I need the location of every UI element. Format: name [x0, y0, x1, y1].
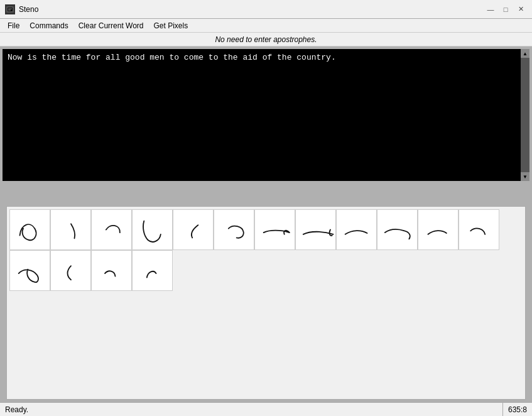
char-cell[interactable]	[459, 209, 499, 250]
char-cell[interactable]	[132, 209, 173, 250]
menubar: FileCommandsClear Current WordGet Pixels	[0, 19, 532, 33]
menu-item-commands[interactable]: Commands	[24, 20, 73, 31]
char-cell[interactable]	[91, 209, 132, 250]
char-grid-container	[6, 206, 526, 400]
char-cell[interactable]	[336, 209, 377, 250]
menu-item-getpixels[interactable]: Get Pixels	[149, 20, 193, 31]
hint-text: No need to enter apostrophes.	[215, 35, 317, 44]
scroll-down-button[interactable]: ▼	[521, 172, 529, 181]
scroll-track	[521, 58, 529, 172]
text-wrapper: Now is the time for all good men to come…	[3, 49, 529, 181]
separator	[0, 181, 532, 206]
app-icon	[5, 4, 15, 14]
char-cell[interactable]	[418, 209, 459, 250]
minimize-button[interactable]: —	[484, 3, 497, 16]
close-button[interactable]: ✕	[514, 3, 527, 16]
text-scrollbar: ▲ ▼	[521, 49, 529, 181]
char-cell[interactable]	[214, 209, 254, 250]
maximize-button[interactable]: □	[499, 3, 512, 16]
statusbar: Ready. 635:8	[0, 402, 532, 416]
status-coords: 635:8	[503, 405, 532, 414]
menu-item-clear[interactable]: Clear Current Word	[73, 20, 149, 31]
char-cell[interactable]	[9, 209, 50, 250]
char-cell[interactable]	[50, 209, 91, 250]
char-cell[interactable]	[295, 209, 336, 250]
char-grid	[7, 207, 525, 293]
menu-item-file[interactable]: File	[3, 20, 24, 31]
char-cell[interactable]	[50, 250, 91, 291]
char-cell[interactable]	[91, 250, 132, 291]
text-area-section: Now is the time for all good men to come…	[0, 47, 532, 181]
char-cell[interactable]	[173, 209, 214, 250]
app-title: Steno	[19, 5, 484, 14]
text-display-content: Now is the time for all good men to come…	[8, 53, 336, 62]
char-cell[interactable]	[377, 209, 418, 250]
text-content: Now is the time for all good men to come…	[3, 49, 521, 181]
char-grid-section	[0, 206, 532, 402]
status-text: Ready.	[0, 403, 503, 416]
char-cell[interactable]	[9, 250, 50, 291]
char-cell[interactable]	[132, 250, 173, 291]
window-controls: — □ ✕	[484, 3, 527, 16]
char-cell[interactable]	[254, 209, 295, 250]
titlebar: Steno — □ ✕	[0, 0, 532, 19]
svg-rect-1	[8, 8, 13, 11]
scroll-up-button[interactable]: ▲	[521, 49, 529, 58]
hintbar: No need to enter apostrophes.	[0, 33, 532, 47]
